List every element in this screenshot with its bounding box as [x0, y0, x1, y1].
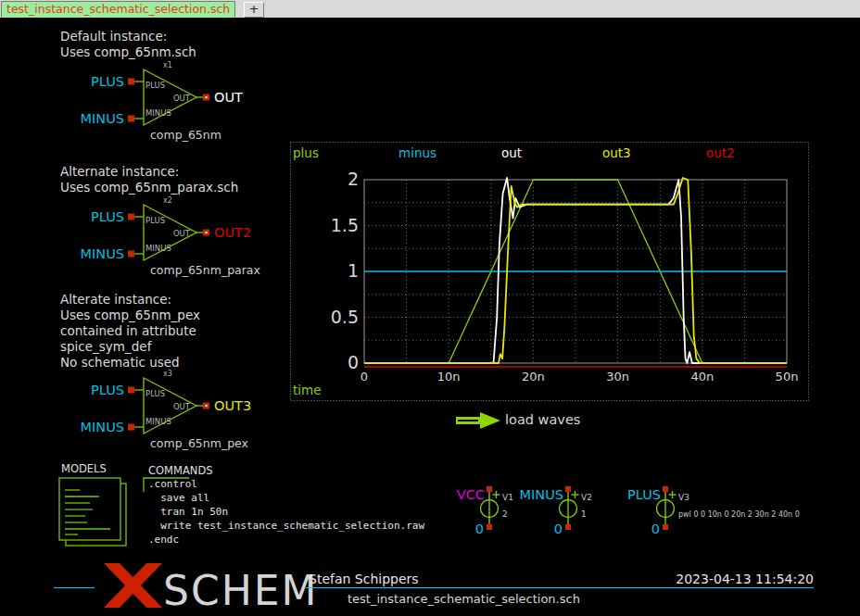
timestamp: 2023-04-13 11:54:20 — [602, 572, 814, 586]
legend-plus: plus — [293, 145, 319, 160]
source-net-label: VCC — [456, 487, 484, 502]
net-label-out: OUT — [214, 90, 243, 105]
new-tab-button[interactable]: + — [244, 2, 264, 18]
commands-label: COMMANDS — [148, 464, 213, 477]
net-label-minus: MINUS — [81, 246, 124, 261]
ground-label: 0 — [553, 522, 562, 536]
pin-minus[interactable] — [128, 116, 134, 122]
pin-plus[interactable] — [128, 79, 134, 85]
comparator-symbol-x1[interactable]: PLUS MINUS OUT x1 PLUS MINUS OUT comp_65… — [93, 59, 287, 147]
svg-text:PLUS: PLUS — [145, 389, 165, 398]
svg-text:MINUS: MINUS — [145, 244, 171, 253]
net-label-out: OUT2 — [214, 225, 251, 240]
pin-minus[interactable] — [128, 251, 134, 258]
xschem-logo-x — [100, 559, 170, 613]
y-tick-label: 0.5 — [331, 307, 359, 327]
legend-out3: out3 — [602, 145, 631, 160]
pin-bottom[interactable] — [565, 524, 571, 530]
comparator-symbol-x2[interactable]: PLUS MINUS OUT2 x2 PLUS MINUS OUT comp_6… — [93, 195, 287, 283]
pin-plus[interactable] — [128, 214, 134, 220]
x-tick-label: 40n — [690, 370, 714, 383]
xschem-logo-text: SCHEM — [163, 567, 319, 614]
cell-name: comp_65nm_parax — [150, 263, 260, 277]
source-value: 1 — [581, 509, 587, 519]
svg-text:MINUS: MINUS — [145, 108, 171, 118]
x-tick-label: 50n — [776, 370, 799, 383]
pin-bottom[interactable] — [487, 524, 492, 530]
svg-text:PLUS: PLUS — [145, 216, 165, 225]
pin-top[interactable] — [565, 486, 571, 492]
svg-text:OUT: OUT — [173, 94, 191, 103]
svg-text:OUT: OUT — [173, 229, 191, 238]
net-label-plus: PLUS — [91, 209, 124, 224]
instance1-heading: Default instance:Uses comp_65nm.sch — [60, 29, 196, 59]
source-net-label: MINUS — [519, 487, 563, 502]
cell-name: comp_65nm_pex — [150, 436, 248, 450]
load-waves-label[interactable]: load waves — [505, 412, 580, 427]
legend-out: out — [501, 145, 522, 160]
tab-bar: test_instance_schematic_selection.sch + — [0, 0, 860, 18]
waveform-graph[interactable]: 21.510.50010n20n30n40n50ntimeplusminusou… — [290, 142, 809, 401]
pin-top[interactable] — [663, 486, 668, 492]
x-tick-label: 10n — [437, 370, 461, 383]
pin-top[interactable] — [487, 486, 492, 492]
y-tick-label: 0 — [348, 352, 359, 372]
x-tick-label: 20n — [522, 370, 545, 383]
x-tick-label: 0 — [360, 370, 368, 383]
y-tick-label: 1.5 — [331, 215, 359, 235]
source-value: pwl 0 0 10n 0 20n 2 30n 2 40n 0 — [678, 510, 800, 519]
x-axis-label: time — [293, 383, 322, 397]
schematic-title: test_instance_schematic_selection.sch — [348, 592, 580, 606]
net-label-plus: PLUS — [91, 383, 124, 397]
net-label-minus: MINUS — [81, 420, 124, 434]
cell-name: comp_65nm — [150, 128, 221, 142]
net-label-out: OUT3 — [214, 398, 251, 413]
models-icon[interactable] — [56, 472, 144, 556]
svg-text:OUT: OUT — [173, 402, 191, 411]
instance2-heading: Alternate instance:Uses comp_65nm_parax.… — [60, 164, 238, 195]
ground-label: 0 — [651, 522, 659, 536]
footer-left-line — [54, 587, 95, 588]
net-label-minus: MINUS — [81, 111, 124, 126]
y-tick-label: 1 — [348, 260, 359, 281]
ground-label: 0 — [474, 522, 483, 536]
pin-plus[interactable] — [128, 387, 134, 394]
y-tick-label: 2 — [348, 169, 359, 189]
comparator-symbol-x3[interactable]: PLUS MINUS OUT3 x3 PLUS MINUS OUT comp_6… — [93, 368, 287, 456]
footer-underline — [306, 587, 814, 588]
instance3-heading: Alterate instance:Uses comp_65nm_pex con… — [60, 292, 200, 371]
spice-commands[interactable]: .control save all tran 1n 50n write test… — [148, 477, 424, 547]
designator: x3 — [163, 370, 172, 378]
author-name: Stefan Schippers — [309, 572, 419, 586]
schematic-tab[interactable]: test_instance_schematic_selection.sch — [1, 1, 235, 18]
voltage-source-plus[interactable]: PLUS 0 V3 pwl 0 0 10n 0 20n 2 30n 2 40n … — [601, 480, 860, 537]
net-label-plus: PLUS — [91, 74, 124, 89]
source-designator: V2 — [581, 493, 592, 502]
pin-minus[interactable] — [128, 424, 134, 431]
svg-text:MINUS: MINUS — [145, 417, 171, 426]
load-waves-arrow-icon[interactable] — [456, 411, 506, 430]
x-tick-label: 30n — [606, 370, 629, 383]
xschem-canvas: test_instance_schematic_selection.sch + … — [0, 0, 860, 616]
pin-bottom[interactable] — [663, 524, 668, 530]
designator: x2 — [163, 196, 172, 205]
source-designator: V3 — [678, 493, 689, 502]
designator: x1 — [163, 61, 172, 69]
source-net-label: PLUS — [627, 487, 661, 502]
legend-out2: out2 — [706, 145, 735, 160]
svg-text:PLUS: PLUS — [145, 81, 165, 90]
legend-minus: minus — [398, 145, 436, 160]
